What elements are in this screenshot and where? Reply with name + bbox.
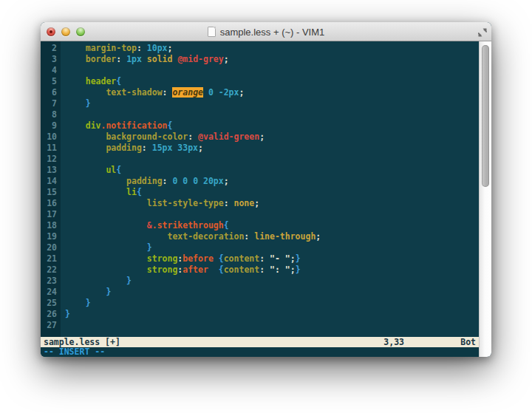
code-text: padding: 15px 33px; bbox=[61, 143, 203, 154]
code-line[interactable]: 13 ul{ bbox=[41, 165, 479, 176]
code-line[interactable]: 16 list-style-type: none; bbox=[41, 198, 479, 209]
code-text: strong:before {content: "- ";} bbox=[61, 253, 301, 264]
line-number: 26 bbox=[41, 309, 61, 320]
code-line[interactable]: 10 background-color: @valid-green; bbox=[41, 132, 479, 143]
fullscreen-button[interactable] bbox=[477, 27, 487, 37]
code-text: } bbox=[61, 98, 91, 109]
code-line[interactable]: 23 } bbox=[41, 276, 479, 287]
code-text: } bbox=[61, 287, 111, 298]
code-line[interactable]: 8 bbox=[41, 109, 479, 120]
line-number: 20 bbox=[41, 242, 61, 253]
code-text: li{ bbox=[61, 187, 142, 198]
code-text: } bbox=[61, 242, 152, 253]
code-text: padding: 0 0 0 20px; bbox=[61, 176, 229, 187]
line-number: 15 bbox=[41, 187, 61, 198]
code-text bbox=[61, 154, 65, 165]
code-text: list-style-type: none; bbox=[61, 198, 259, 209]
line-number: 5 bbox=[41, 76, 61, 87]
code-line[interactable]: 22 strong:after {content: ": ";} bbox=[41, 264, 479, 276]
fullscreen-arrows-icon bbox=[478, 28, 487, 37]
code-area[interactable]: 2 margin-top: 10px;3 border: 1px solid @… bbox=[41, 41, 479, 337]
code-line[interactable]: 12 bbox=[41, 154, 479, 165]
vim-modeline: -- INSERT -- bbox=[41, 347, 479, 357]
line-number: 22 bbox=[41, 264, 61, 276]
desktop: sample.less + (~) - VIM1 2 margin-top: 1… bbox=[0, 0, 532, 413]
code-text: } bbox=[61, 309, 70, 320]
code-line[interactable]: 4 bbox=[41, 65, 479, 76]
line-number: 13 bbox=[41, 165, 61, 176]
statusline-ruler: 3,33 bbox=[383, 337, 404, 347]
code-text: margin-top: 10px; bbox=[61, 43, 172, 54]
code-line[interactable]: 15 li{ bbox=[41, 187, 479, 198]
code-line[interactable]: 18 &.strikethrough{ bbox=[41, 220, 479, 231]
code-text: background-color: @valid-green; bbox=[61, 132, 265, 143]
code-line[interactable]: 7 } bbox=[41, 98, 479, 109]
line-number: 3 bbox=[41, 54, 61, 65]
code-line[interactable]: 5 header{ bbox=[41, 76, 479, 87]
line-number: 24 bbox=[41, 287, 61, 298]
code-line[interactable]: 24 } bbox=[41, 287, 479, 298]
code-line[interactable]: 26} bbox=[41, 309, 479, 320]
code-line[interactable]: 19 text-decoration: line-through; bbox=[41, 231, 479, 242]
line-number: 19 bbox=[41, 231, 61, 242]
code-text: header{ bbox=[61, 76, 121, 87]
line-number: 17 bbox=[41, 209, 61, 220]
line-number: 21 bbox=[41, 253, 61, 264]
line-number: 8 bbox=[41, 109, 61, 120]
code-text bbox=[61, 209, 65, 220]
editor-column: 2 margin-top: 10px;3 border: 1px solid @… bbox=[41, 41, 479, 357]
window-title: sample.less + (~) - VIM1 bbox=[220, 27, 325, 38]
code-line[interactable]: 9 div.notification{ bbox=[41, 120, 479, 132]
code-text: text-shadow: orange 0 -2px; bbox=[61, 87, 244, 98]
line-number: 27 bbox=[41, 320, 61, 331]
line-number: 12 bbox=[41, 154, 61, 165]
code-text: &.strikethrough{ bbox=[61, 220, 229, 231]
vim-statusline: sample.less [+] 3,33 Bot bbox=[41, 337, 479, 347]
line-number: 9 bbox=[41, 120, 61, 132]
code-text: } bbox=[61, 276, 132, 287]
window-titlebar[interactable]: sample.less + (~) - VIM1 bbox=[41, 22, 491, 41]
line-number: 7 bbox=[41, 98, 61, 109]
code-text bbox=[61, 65, 65, 76]
code-line[interactable]: 2 margin-top: 10px; bbox=[41, 43, 479, 54]
line-number: 25 bbox=[41, 298, 61, 309]
scrollbar-thumb[interactable] bbox=[482, 45, 489, 187]
code-text: border: 1px solid @mid-grey; bbox=[61, 54, 229, 65]
vim-window: sample.less + (~) - VIM1 2 margin-top: 1… bbox=[41, 22, 491, 357]
code-text: div.notification{ bbox=[61, 120, 172, 132]
code-line[interactable]: 11 padding: 15px 33px; bbox=[41, 143, 479, 154]
code-line[interactable]: 14 padding: 0 0 0 20px; bbox=[41, 176, 479, 187]
code-line[interactable]: 3 border: 1px solid @mid-grey; bbox=[41, 54, 479, 65]
code-line[interactable]: 17 bbox=[41, 209, 479, 220]
code-text: ul{ bbox=[61, 165, 121, 176]
code-line[interactable]: 6 text-shadow: orange 0 -2px; bbox=[41, 87, 479, 98]
traffic-light-buttons bbox=[47, 27, 85, 36]
code-text bbox=[61, 109, 65, 120]
statusline-filename: sample.less [+] bbox=[44, 337, 120, 347]
line-number: 10 bbox=[41, 132, 61, 143]
scrollbar-track[interactable] bbox=[479, 41, 491, 357]
title-group: sample.less + (~) - VIM1 bbox=[41, 22, 491, 41]
line-number: 2 bbox=[41, 43, 61, 54]
code-text bbox=[61, 320, 65, 331]
code-line[interactable]: 20 } bbox=[41, 242, 479, 253]
line-number: 11 bbox=[41, 143, 61, 154]
code-line[interactable]: 27 bbox=[41, 320, 479, 331]
line-number: 6 bbox=[41, 87, 61, 98]
zoom-button[interactable] bbox=[76, 27, 85, 36]
code-text: text-decoration: line-through; bbox=[61, 231, 321, 242]
line-number: 16 bbox=[41, 198, 61, 209]
code-text: strong:after {content: ": ";} bbox=[61, 264, 301, 276]
statusline-position: Bot bbox=[460, 337, 476, 347]
line-number: 4 bbox=[41, 65, 61, 76]
minimize-button[interactable] bbox=[61, 27, 70, 36]
code-text: } bbox=[61, 298, 91, 309]
code-line[interactable]: 25 } bbox=[41, 298, 479, 309]
window-content: 2 margin-top: 10px;3 border: 1px solid @… bbox=[41, 41, 491, 357]
code-line[interactable]: 21 strong:before {content: "- ";} bbox=[41, 253, 479, 264]
close-button[interactable] bbox=[47, 27, 55, 36]
line-number: 23 bbox=[41, 276, 61, 287]
document-icon bbox=[208, 27, 216, 37]
line-number: 14 bbox=[41, 176, 61, 187]
line-number: 18 bbox=[41, 220, 61, 231]
